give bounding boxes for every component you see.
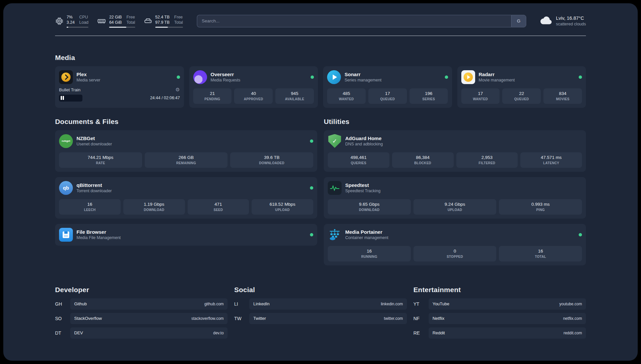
- service-card-plex[interactable]: Plex Media server Bullet Train ⚙ 24:44 /…: [55, 66, 184, 108]
- stat-value: 196: [410, 91, 447, 96]
- memory-free-label: Free: [126, 15, 135, 20]
- overseerr-icon: [193, 70, 207, 84]
- stat-label: QUEUED: [369, 97, 406, 101]
- service-subtitle: Usenet downloader: [76, 142, 112, 146]
- weather-widget[interactable]: Lviv, 16.87°C scattered clouds: [540, 15, 586, 27]
- stat-box: 9.65 Gbps DOWNLOAD: [328, 199, 411, 215]
- stat-box: 40 APPROVED: [234, 88, 273, 104]
- weather-condition: scattered clouds: [556, 21, 586, 27]
- disk-widget: 52.4 TB 97.9 TB Free Total: [144, 15, 183, 28]
- bookmark-linkedin[interactable]: LI LinkedIn linkedin.com: [234, 298, 407, 310]
- disk-free-label: Free: [174, 15, 183, 20]
- service-title: AdGuard Home: [345, 136, 383, 141]
- stat-value: 16: [500, 249, 581, 254]
- bookmark-youtube[interactable]: YT YouTube youtube.com: [413, 298, 586, 310]
- filebrowser-icon: [59, 228, 73, 242]
- stat-box: 266 GB REMAINING: [145, 152, 228, 168]
- service-subtitle: Series management: [345, 78, 382, 82]
- radarr-icon: [461, 70, 475, 84]
- playback-time: 24:44 / 02:06:47: [150, 96, 180, 100]
- bookmark-pill: Netflix netflix.com: [429, 313, 586, 324]
- bookmark-name: Netflix: [433, 316, 444, 321]
- memory-total-value: 64 GiB: [109, 20, 122, 25]
- bookmark-pill: StackOverflow stackoverflow.com: [70, 313, 228, 324]
- service-subtitle: Media Requests: [211, 78, 240, 82]
- bookmark-reddit[interactable]: RE Reddit reddit.com: [413, 327, 586, 339]
- bookmark-abbr: TW: [234, 316, 249, 321]
- status-dot: [445, 76, 448, 79]
- disk-total-label: Total: [174, 20, 183, 25]
- disk-total-value: 97.9 TB: [155, 20, 170, 25]
- stat-value: 498,461: [328, 155, 389, 160]
- stat-label: SEED: [188, 208, 249, 212]
- stat-label: BLOCKED: [393, 161, 453, 165]
- stat-box: 21 PENDING: [193, 88, 232, 104]
- status-dot: [310, 233, 313, 236]
- cpu-load-label: Load: [79, 20, 88, 25]
- stat-box: 17 WANTED: [461, 88, 500, 104]
- stat-box: 2,953 FILTERED: [456, 152, 518, 168]
- bookmark-url: youtube.com: [559, 302, 582, 306]
- stat-label: DOWNLOADED: [231, 161, 313, 165]
- bookmark-twitter[interactable]: TW Twitter twitter.com: [234, 313, 407, 324]
- service-card-overseerr[interactable]: Overseerr Media Requests 21 PENDING 40 A…: [189, 66, 318, 108]
- service-card-adguard[interactable]: ✓ AdGuard Home DNS and adblocking 498,46…: [324, 130, 586, 172]
- bookmark-url: netflix.com: [563, 316, 582, 321]
- stat-label: TOTAL: [500, 255, 581, 258]
- bookmark-stackoverflow[interactable]: SO StackOverflow stackoverflow.com: [55, 313, 228, 324]
- section-utilities: Utilities ✓ AdGuard Home DNS and adblock…: [324, 118, 586, 265]
- status-dot: [579, 76, 582, 79]
- bookmark-pill: LinkedIn linkedin.com: [249, 298, 407, 310]
- bookmark-url: twitter.com: [384, 316, 403, 321]
- bookmark-pill: Github github.com: [70, 298, 228, 310]
- bookmark-group-title: Entertainment: [413, 286, 586, 294]
- bookmark-name: StackOverflow: [74, 316, 102, 321]
- bookmark-pill: DEV dev.to: [70, 327, 228, 339]
- bookmark-group-title: Social: [234, 286, 407, 294]
- stat-value: 86,384: [393, 155, 453, 160]
- search-provider-button[interactable]: G: [511, 15, 526, 27]
- bookmark-github[interactable]: GH Github github.com: [55, 298, 228, 310]
- service-card-radarr[interactable]: Radarr Movie management 17 WANTED 22 QUE…: [457, 66, 586, 108]
- stat-box: 485 WANTED: [327, 88, 366, 104]
- stat-box: 945 AVAILABLE: [275, 88, 314, 104]
- stat-box: 16 RUNNING: [328, 246, 411, 261]
- service-card-speedtest[interactable]: Speedtest Speedtest Tracking 9.65 Gbps D…: [324, 177, 586, 219]
- pause-button[interactable]: [59, 95, 82, 102]
- service-title: Sonarr: [345, 72, 382, 77]
- dashboard: 7% 3.24 CPU Load 22 GiB: [3, 3, 638, 361]
- service-card-filebrowser[interactable]: File Browser Media File Management: [55, 224, 317, 246]
- stat-value: 9.24 Gbps: [414, 202, 496, 207]
- service-subtitle: Torrent downloader: [76, 189, 112, 193]
- memory-total-label: Total: [126, 20, 135, 25]
- service-subtitle: Movie management: [479, 78, 515, 82]
- bookmark-abbr: RE: [413, 330, 429, 336]
- header-divider: [55, 36, 586, 36]
- adguard-icon: ✓: [328, 134, 342, 148]
- stat-label: RATE: [60, 161, 141, 165]
- service-card-nzbget[interactable]: nzbget NZBGet Usenet downloader 744.21 M…: [55, 130, 317, 172]
- stat-label: STOPPED: [414, 255, 496, 258]
- bookmark-abbr: DT: [55, 330, 70, 336]
- bookmark-url: linkedin.com: [381, 302, 403, 306]
- service-card-sonarr[interactable]: Sonarr Series management 485 WANTED 17 Q…: [323, 66, 452, 108]
- stat-box: 16 TOTAL: [499, 246, 582, 261]
- gear-icon[interactable]: ⚙: [175, 87, 180, 92]
- status-dot: [310, 139, 313, 143]
- stat-label: WANTED: [462, 97, 499, 101]
- cpu-usage-bar: [67, 27, 88, 28]
- search-input[interactable]: [197, 15, 511, 27]
- bookmark-abbr: SO: [55, 316, 70, 321]
- service-card-qbittorrent[interactable]: qb qBittorrent Torrent downloader 16 LEE…: [55, 177, 317, 219]
- memory-usage-bar: [109, 27, 135, 28]
- bookmark-name: Twitter: [253, 316, 266, 321]
- stat-value: 744.21 Mbps: [60, 155, 141, 160]
- bookmark-netflix[interactable]: NF Netflix netflix.com: [413, 313, 586, 324]
- service-title: qBittorrent: [76, 182, 112, 188]
- service-card-portainer[interactable]: Media Portainer Container management 16 …: [324, 224, 586, 265]
- stat-box: 498,461 QUERIES: [328, 152, 389, 168]
- stat-label: FILTERED: [457, 161, 517, 165]
- bookmark-pill: YouTube youtube.com: [429, 298, 586, 310]
- stat-value: 9.65 Gbps: [328, 202, 410, 207]
- bookmark-dev[interactable]: DT DEV dev.to: [55, 327, 228, 339]
